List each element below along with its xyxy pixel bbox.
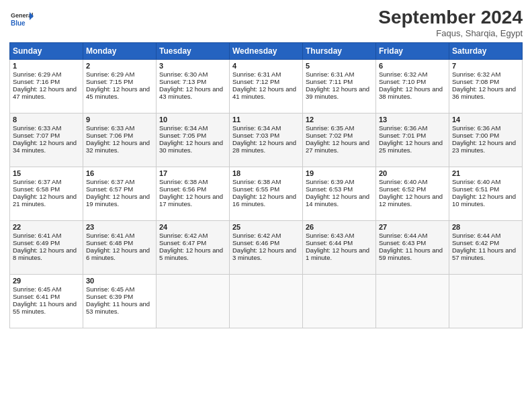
svg-text:Blue: Blue — [11, 19, 26, 27]
sunset-text: Sunset: 7:08 PM — [452, 78, 519, 85]
day-number: 15 — [13, 169, 80, 177]
sunrise-text: Sunrise: 6:41 AM — [86, 232, 153, 239]
calendar-cell: 10Sunrise: 6:34 AMSunset: 7:05 PMDayligh… — [157, 113, 230, 167]
calendar-cell: 7Sunrise: 6:32 AMSunset: 7:08 PMDaylight… — [449, 60, 523, 113]
day-number: 4 — [232, 62, 300, 70]
daylight-text: Daylight: 12 hours and 19 minutes. — [86, 193, 153, 208]
calendar-cell: 22Sunrise: 6:41 AMSunset: 6:49 PMDayligh… — [10, 221, 83, 275]
sunrise-text: Sunrise: 6:40 AM — [379, 178, 446, 185]
daylight-text: Daylight: 12 hours and 38 minutes. — [379, 85, 446, 100]
calendar-cell: 11Sunrise: 6:34 AMSunset: 7:03 PMDayligh… — [230, 113, 303, 167]
daylight-text: Daylight: 12 hours and 8 minutes. — [13, 246, 80, 261]
sunset-text: Sunset: 7:15 PM — [86, 78, 153, 85]
sunrise-text: Sunrise: 6:45 AM — [86, 285, 153, 293]
logo: General Blue — [9, 7, 34, 31]
calendar-cell: 21Sunrise: 6:40 AMSunset: 6:51 PMDayligh… — [449, 167, 523, 221]
day-number: 10 — [159, 116, 226, 124]
sunset-text: Sunset: 6:52 PM — [379, 185, 446, 193]
calendar-cell: 23Sunrise: 6:41 AMSunset: 6:48 PMDayligh… — [83, 221, 157, 275]
day-number: 20 — [379, 169, 446, 177]
day-number: 23 — [86, 223, 153, 231]
calendar-cell: 26Sunrise: 6:43 AMSunset: 6:44 PMDayligh… — [303, 221, 376, 275]
day-number: 6 — [379, 62, 446, 70]
day-number: 16 — [86, 169, 153, 177]
daylight-text: Daylight: 12 hours and 14 minutes. — [306, 193, 373, 208]
calendar-cell: 1Sunrise: 6:29 AMSunset: 7:16 PMDaylight… — [10, 60, 83, 113]
daylight-text: Daylight: 12 hours and 21 minutes. — [13, 193, 80, 208]
dow-header: Thursday — [303, 43, 376, 60]
calendar-cell: 4Sunrise: 6:31 AMSunset: 7:12 PMDaylight… — [230, 60, 303, 113]
daylight-text: Daylight: 11 hours and 55 minutes. — [13, 300, 80, 315]
daylight-text: Daylight: 12 hours and 36 minutes. — [452, 85, 519, 100]
daylight-text: Daylight: 11 hours and 57 minutes. — [452, 246, 519, 261]
day-number: 25 — [232, 223, 300, 231]
sunrise-text: Sunrise: 6:34 AM — [159, 124, 226, 132]
day-number: 1 — [13, 62, 80, 70]
header: General Blue September 2024 Faqus, Sharq… — [9, 7, 523, 38]
day-number: 19 — [306, 169, 373, 177]
day-number: 2 — [86, 62, 153, 70]
dow-header: Wednesday — [230, 43, 303, 60]
day-number: 11 — [232, 116, 300, 124]
page: General Blue September 2024 Faqus, Sharq… — [0, 0, 532, 411]
sunrise-text: Sunrise: 6:36 AM — [379, 124, 446, 132]
sunset-text: Sunset: 6:55 PM — [232, 185, 300, 193]
day-number: 17 — [159, 169, 226, 177]
sunrise-text: Sunrise: 6:31 AM — [306, 71, 373, 78]
sunrise-text: Sunrise: 6:41 AM — [13, 232, 80, 239]
sunrise-text: Sunrise: 6:37 AM — [13, 178, 80, 185]
sunset-text: Sunset: 6:41 PM — [13, 293, 80, 300]
calendar-cell — [157, 275, 230, 328]
dow-header: Saturday — [449, 43, 523, 60]
calendar-cell: 28Sunrise: 6:44 AMSunset: 6:42 PMDayligh… — [449, 221, 523, 275]
sunset-text: Sunset: 6:58 PM — [13, 185, 80, 193]
sunrise-text: Sunrise: 6:33 AM — [86, 124, 153, 132]
day-number: 5 — [306, 62, 373, 70]
sunset-text: Sunset: 7:02 PM — [306, 132, 373, 139]
sunset-text: Sunset: 6:49 PM — [13, 239, 80, 246]
sunrise-text: Sunrise: 6:35 AM — [306, 124, 373, 132]
calendar-cell — [449, 275, 523, 328]
day-number: 3 — [159, 62, 226, 70]
sunset-text: Sunset: 6:44 PM — [306, 239, 373, 246]
calendar-cell: 12Sunrise: 6:35 AMSunset: 7:02 PMDayligh… — [303, 113, 376, 167]
sunset-text: Sunset: 7:03 PM — [232, 132, 300, 139]
sunset-text: Sunset: 6:53 PM — [306, 185, 373, 193]
day-number: 13 — [379, 116, 446, 124]
daylight-text: Daylight: 12 hours and 34 minutes. — [13, 139, 80, 154]
daylight-text: Daylight: 12 hours and 1 minute. — [306, 246, 373, 261]
daylight-text: Daylight: 12 hours and 41 minutes. — [232, 85, 300, 100]
daylight-text: Daylight: 12 hours and 3 minutes. — [232, 246, 300, 261]
calendar-cell: 17Sunrise: 6:38 AMSunset: 6:56 PMDayligh… — [157, 167, 230, 221]
daylight-text: Daylight: 12 hours and 28 minutes. — [232, 139, 300, 154]
daylight-text: Daylight: 12 hours and 43 minutes. — [159, 85, 226, 100]
sunrise-text: Sunrise: 6:29 AM — [86, 71, 153, 78]
day-number: 8 — [13, 116, 80, 124]
sunset-text: Sunset: 7:01 PM — [379, 132, 446, 139]
sunrise-text: Sunrise: 6:40 AM — [452, 178, 519, 185]
sunset-text: Sunset: 7:12 PM — [232, 78, 300, 85]
day-number: 24 — [159, 223, 226, 231]
calendar-cell — [230, 275, 303, 328]
sunset-text: Sunset: 7:11 PM — [306, 78, 373, 85]
calendar-cell: 9Sunrise: 6:33 AMSunset: 7:06 PMDaylight… — [83, 113, 157, 167]
daylight-text: Daylight: 12 hours and 45 minutes. — [86, 85, 153, 100]
calendar-cell: 27Sunrise: 6:44 AMSunset: 6:43 PMDayligh… — [376, 221, 449, 275]
day-number: 26 — [306, 223, 373, 231]
sunset-text: Sunset: 7:07 PM — [13, 132, 80, 139]
sunset-text: Sunset: 6:43 PM — [379, 239, 446, 246]
sunset-text: Sunset: 6:51 PM — [452, 185, 519, 193]
sunrise-text: Sunrise: 6:44 AM — [452, 232, 519, 239]
sunset-text: Sunset: 6:56 PM — [159, 185, 226, 193]
day-number: 12 — [306, 116, 373, 124]
calendar-cell: 30Sunrise: 6:45 AMSunset: 6:39 PMDayligh… — [83, 275, 157, 328]
logo-icon: General Blue — [9, 7, 34, 31]
calendar-cell: 2Sunrise: 6:29 AMSunset: 7:15 PMDaylight… — [83, 60, 157, 113]
sunrise-text: Sunrise: 6:32 AM — [452, 71, 519, 78]
sunrise-text: Sunrise: 6:38 AM — [159, 178, 226, 185]
sunset-text: Sunset: 6:47 PM — [159, 239, 226, 246]
calendar-cell: 14Sunrise: 6:36 AMSunset: 7:00 PMDayligh… — [449, 113, 523, 167]
sunset-text: Sunset: 7:13 PM — [159, 78, 226, 85]
daylight-text: Daylight: 12 hours and 5 minutes. — [159, 246, 226, 261]
calendar-cell: 8Sunrise: 6:33 AMSunset: 7:07 PMDaylight… — [10, 113, 83, 167]
